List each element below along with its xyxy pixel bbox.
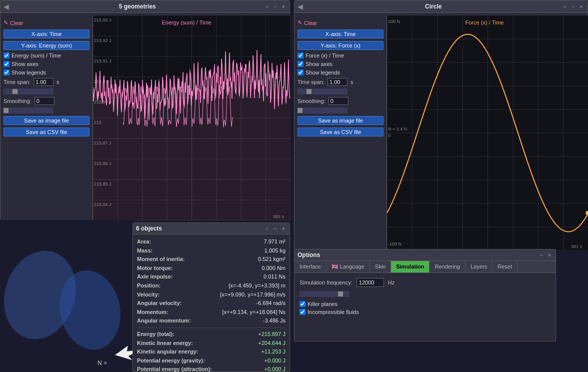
sim-freq-label: Simulation frequency: xyxy=(300,280,352,286)
objects-energy-separator xyxy=(137,328,286,328)
geometries-smoothing-slider[interactable] xyxy=(4,108,54,114)
table-row: Position:[x=-4.459, y=+3.393] m xyxy=(137,282,286,290)
table-row: Angular momentum:-3.486 Js xyxy=(137,316,286,326)
options-minimize-btn[interactable]: − xyxy=(538,252,544,258)
objects-content: Area:7.971 m²Mass:1.005 kgMoment of iner… xyxy=(133,234,290,372)
circle-minimize-btn[interactable]: − xyxy=(570,4,576,10)
geometries-xaxis-btn[interactable]: X-axis: Time xyxy=(4,30,90,38)
geometries-circle-btn[interactable]: ○ xyxy=(264,4,270,10)
circle-smoothing-row: Smoothing: xyxy=(298,97,384,105)
circle-close-btn[interactable]: × xyxy=(578,4,584,10)
options-tab-layers[interactable]: Layers xyxy=(466,261,492,272)
circle-circle-btn[interactable]: ○ xyxy=(562,4,568,10)
objects-window-controls: ○ − × xyxy=(264,226,286,232)
table-row: Potential energy (gravity):+0.000 J xyxy=(137,356,286,366)
geometries-timespan-input[interactable] xyxy=(34,78,54,86)
sim-freq-unit: Hz xyxy=(388,280,394,286)
geometries-smoothing-input[interactable] xyxy=(34,97,54,105)
geometries-clear-btn[interactable]: Clear xyxy=(4,18,90,27)
table-row: Energy (total):+215.897 J xyxy=(137,330,286,339)
circle-chart xyxy=(387,16,588,250)
options-tab-content: Simulation frequency: Hz Killer planes I… xyxy=(294,273,556,320)
circle-axes-check[interactable]: Show axes xyxy=(298,61,384,67)
circle-chart-check[interactable]: Force (x) / Time xyxy=(298,52,384,58)
circle-title: Circle xyxy=(425,3,442,10)
geometries-axes-check[interactable]: Show axes xyxy=(4,61,90,67)
table-row: Area:7.971 m² xyxy=(137,238,286,246)
sim-freq-slider[interactable] xyxy=(300,291,350,297)
options-close-btn[interactable]: × xyxy=(546,252,552,258)
objects-close-btn[interactable]: × xyxy=(280,226,286,232)
table-row: Potential energy (attraction):+0.000 J xyxy=(137,365,286,372)
objects-minimize-btn[interactable]: − xyxy=(272,226,278,232)
options-tab--language[interactable]: 🇬🇧 Language xyxy=(326,261,370,272)
circle-back-arrow[interactable]: ◀ xyxy=(298,2,303,10)
circle-save-image-btn[interactable]: Save as image file xyxy=(298,116,384,125)
geometries-window-controls: ○ − × xyxy=(264,4,286,10)
geometries-back-arrow[interactable]: ◀ xyxy=(4,2,9,10)
table-row: Motor torque:0.000 Nm xyxy=(137,264,286,273)
options-tab-simulation[interactable]: Simulation xyxy=(391,261,430,272)
circle-timespan-input[interactable] xyxy=(328,78,348,86)
objects-title-bar[interactable]: 6 objects ○ − × xyxy=(133,223,290,234)
options-tab-interface[interactable]: Interface xyxy=(294,261,326,272)
circle-save-csv-btn[interactable]: Save as CSV file xyxy=(298,128,384,136)
options-tab-rendering[interactable]: Rendering xyxy=(430,261,466,272)
geometries-smoothing-row: Smoothing: xyxy=(4,97,90,105)
geometries-timespan-slider[interactable] xyxy=(4,88,54,94)
circle-yaxis-btn[interactable]: Y-axis: Force (x) xyxy=(298,41,384,50)
table-row: Moment of inertia:0.521 kgm² xyxy=(137,255,286,264)
circle-window-controls: ○ − × xyxy=(562,4,584,10)
table-row: Kinetic angular energy:+11.253 J xyxy=(137,348,286,356)
options-tab-skin[interactable]: Skin xyxy=(370,261,391,272)
objects-circle-btn[interactable]: ○ xyxy=(264,226,270,232)
geometries-sidebar: Clear X-axis: Time Y-axis: Energy (sum) … xyxy=(0,16,93,220)
geometries-yaxis-btn[interactable]: Y-axis: Energy (sum) xyxy=(4,41,90,50)
circle-legends-check[interactable]: Show legends xyxy=(298,70,384,76)
options-tab-reset[interactable]: Reset xyxy=(492,261,518,272)
objects-title: 6 objects xyxy=(136,225,162,232)
circle-canvas xyxy=(387,16,588,250)
table-row: Angular velocity:-6.694 rad/s xyxy=(137,299,286,308)
table-row: Velocity:[x=+9.090, y=+17.996] m/s xyxy=(137,290,286,300)
geometries-save-csv-btn[interactable]: Save as CSV file xyxy=(4,128,90,136)
geometries-chart xyxy=(93,16,290,220)
geometries-title-bar[interactable]: ◀ 5 geometries ○ − × xyxy=(0,0,290,13)
table-row: Kinetic linear energy:+204.644 J xyxy=(137,339,286,348)
circle-smoothing-input[interactable] xyxy=(328,97,348,105)
table-row: Momentum:[x=+9.134, y=+18.084] Ns xyxy=(137,308,286,317)
geometries-close-btn[interactable]: × xyxy=(280,4,286,10)
sim-freq-input[interactable] xyxy=(356,278,384,287)
table-row: Axle impulse:0.011 Ns xyxy=(137,272,286,282)
options-tabs: Interface🇬🇧 LanguageSkinSimulationRender… xyxy=(294,261,556,273)
circle-timespan-slider[interactable] xyxy=(298,88,348,94)
objects-panel: 6 objects ○ − × Area:7.971 m²Mass:1.005 … xyxy=(132,222,290,372)
circle-panel: ◀ Circle ○ − × Clear X-axis: Time Y-axis… xyxy=(294,0,588,250)
circle-clear-btn[interactable]: Clear xyxy=(298,18,384,27)
bg-canvas xyxy=(0,220,132,372)
geometries-legends-check[interactable]: Show legends xyxy=(4,70,90,76)
options-title: Options xyxy=(298,252,320,258)
geometries-chart-check[interactable]: Energy (sum) / Time xyxy=(4,52,90,58)
options-window-controls: − × xyxy=(538,252,552,258)
options-panel: Options − × Interface🇬🇧 LanguageSkinSimu… xyxy=(294,249,556,342)
circle-smoothing-slider[interactable] xyxy=(298,108,348,114)
killer-planes-check[interactable]: Killer planes xyxy=(300,301,550,307)
options-title-bar[interactable]: Options − × xyxy=(294,250,556,261)
incompressible-check[interactable]: Incompressible fluids xyxy=(300,309,550,315)
circle-title-bar[interactable]: ◀ Circle ○ − × xyxy=(294,0,588,13)
circle-timespan-row: Time span: s xyxy=(298,78,384,86)
table-row: Mass:1.005 kg xyxy=(137,246,286,256)
circle-sidebar: Clear X-axis: Time Y-axis: Force (x) For… xyxy=(294,16,387,250)
geometries-canvas xyxy=(93,16,290,220)
geometries-timespan-row: Time span: s xyxy=(4,78,90,86)
geometries-minimize-btn[interactable]: − xyxy=(272,4,278,10)
geometries-save-image-btn[interactable]: Save as image file xyxy=(4,116,90,125)
circle-xaxis-btn[interactable]: X-axis: Time xyxy=(298,30,384,38)
sim-background-left xyxy=(0,220,132,372)
geometries-title: 5 geometries xyxy=(119,3,156,10)
geometries-panel: ◀ 5 geometries ○ − × Clear X-axis: Time … xyxy=(0,0,290,220)
